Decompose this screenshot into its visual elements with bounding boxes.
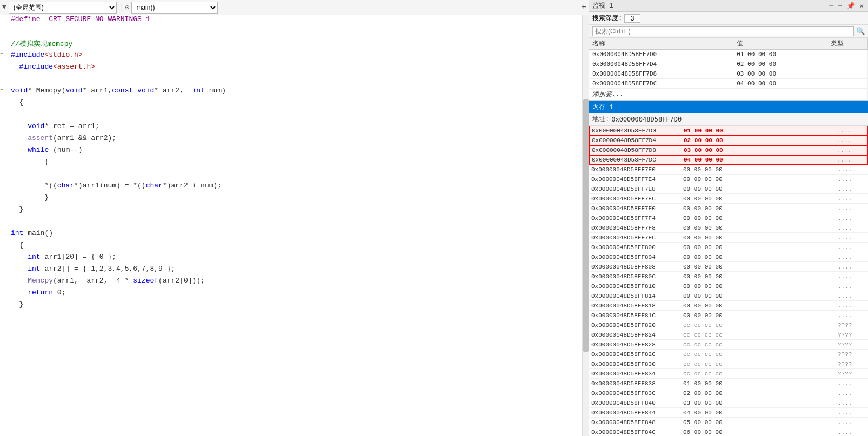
mem-ascii: ....: [836, 225, 868, 231]
mem-bytes: 00 00 00 00: [681, 205, 836, 212]
token-normal: {: [19, 241, 24, 249]
mem-byte: 00: [694, 215, 701, 222]
mem-bytes: 02 00 00 00: [681, 390, 836, 397]
code-content[interactable]: #define _CRT_SECURE_NO_WARNINGS 1//模拟实现m…: [0, 15, 582, 436]
mem-bytes: cc cc cc cc: [681, 361, 836, 367]
memory-row: 0x00000048D58FF81800 00 00 00....: [589, 301, 868, 311]
mem-byte: 00: [716, 137, 723, 144]
memory-row: 0x00000048D58FF7E400 00 00 00....: [589, 175, 868, 184]
fold-button[interactable]: −: [0, 146, 9, 152]
watch-nav-forward[interactable]: →: [837, 2, 843, 10]
token-normal: (arr2[0]));: [158, 277, 205, 285]
mem-byte: 00: [694, 264, 701, 270]
mem-byte: 00: [694, 293, 701, 299]
mem-byte: 00: [683, 264, 690, 270]
memory-row: 0x00000048D58FF80400 00 00 00....: [589, 252, 868, 262]
mem-byte: 00: [705, 244, 712, 251]
mem-byte: 00: [715, 186, 722, 192]
watch-cell-type: [827, 50, 868, 59]
mem-bytes: cc cc cc cc: [681, 341, 836, 348]
memory-row: 0x00000048D58FF828cc cc cc cc????: [589, 340, 868, 350]
mem-address: 0x00000048D58FF800: [589, 244, 681, 251]
mem-bytes: 00 00 00 00: [681, 234, 836, 241]
mem-byte: 00: [683, 215, 690, 222]
watch-table-header: 名称 值 类型: [589, 38, 868, 50]
mem-byte: 00: [715, 196, 722, 202]
mem-byte: 00: [715, 254, 722, 260]
watch-nav-back[interactable]: ←: [829, 2, 835, 10]
mem-byte: 04: [683, 410, 690, 416]
search-icon[interactable]: 🔍: [856, 27, 865, 36]
mem-byte: 00: [694, 186, 701, 192]
mem-byte: cc: [715, 322, 722, 328]
code-text: }: [9, 300, 582, 308]
mem-bytes: 01 00 00 00: [681, 380, 836, 387]
mem-byte: 00: [694, 283, 701, 290]
depth-input[interactable]: [624, 14, 640, 23]
memory-row: 0x00000048D58FF81C00 00 00 00....: [589, 311, 868, 320]
watch-cell-type: [827, 79, 868, 89]
memory-row: 0x00000048D58FF84C06 00 00 00....: [589, 427, 868, 436]
mem-byte: cc: [694, 322, 701, 328]
token-include-path: <assert.h>: [53, 63, 95, 71]
func-select[interactable]: main(): [131, 2, 218, 14]
mem-bytes: 05 00 00 00: [681, 419, 836, 426]
watch-row[interactable]: 0x00000048D58FF7DC04 00 00 00: [589, 79, 868, 89]
mem-byte: 00: [705, 293, 712, 299]
add-watch-label[interactable]: 添加要...: [589, 89, 868, 100]
token-normal: * Memcpy(: [28, 86, 65, 95]
fold-button[interactable]: −: [0, 229, 9, 236]
token-kw: int: [192, 86, 205, 95]
mem-byte: 00: [715, 244, 722, 251]
code-text: #include<stdio.h>: [9, 51, 582, 59]
mem-byte: 00: [715, 215, 722, 222]
code-text: #include<assert.h>: [9, 63, 582, 71]
mem-byte: 00: [683, 312, 690, 319]
code-text: int main(): [9, 229, 582, 237]
watch-panel-close[interactable]: ✕: [858, 2, 865, 10]
mem-address: 0x00000048D58FF7D4: [590, 137, 682, 144]
mem-byte: cc: [694, 341, 701, 348]
memory-row: 0x00000048D58FF84805 00 00 00....: [589, 418, 868, 427]
add-watch-row[interactable]: 添加要...: [589, 89, 868, 100]
fold-button[interactable]: −: [0, 86, 9, 93]
watch-row[interactable]: 0x00000048D58FF7D001 00 00 00: [589, 50, 868, 59]
code-line: {: [0, 158, 582, 170]
memory-content[interactable]: 0x00000048D58FF7D001 00 00 00....0x00000…: [589, 126, 868, 436]
scope-select[interactable]: (全局范围): [9, 2, 117, 14]
toolbar-dropdown-icon[interactable]: ▼: [2, 3, 6, 11]
token-normal: }: [19, 300, 24, 308]
watch-row[interactable]: 0x00000048D58FF7D803 00 00 00: [589, 69, 868, 79]
mem-ascii: ....: [836, 215, 868, 222]
memory-panel-title: 内存 1: [592, 103, 613, 112]
mem-byte: 00: [715, 303, 722, 309]
code-line: [0, 217, 582, 229]
mem-bytes: 00 00 00 00: [681, 166, 836, 173]
code-line: }: [0, 205, 582, 217]
watch-cell-value: 03 00 00 00: [733, 69, 827, 79]
mem-ascii: ....: [836, 196, 868, 202]
code-line: [0, 110, 582, 122]
token-kw: char: [146, 182, 163, 190]
token-kw: void: [137, 86, 154, 95]
mem-byte: 00: [683, 283, 690, 290]
mem-ascii: ....: [835, 137, 867, 144]
mem-byte: 00: [694, 176, 701, 183]
col-value: 值: [733, 38, 827, 50]
fold-button[interactable]: −: [0, 51, 9, 57]
mem-bytes: 03 00 00 00: [682, 147, 835, 153]
vertical-scrollbar[interactable]: [582, 15, 589, 436]
watch-row[interactable]: 0x00000048D58FF7D402 00 00 00: [589, 59, 868, 69]
mem-byte: 00: [683, 303, 690, 309]
mem-address: 0x00000048D58FF838: [589, 380, 681, 387]
mem-byte: 00: [715, 264, 722, 270]
mem-byte: 00: [694, 205, 701, 212]
token-normal: }: [28, 193, 49, 202]
search-input[interactable]: [592, 26, 854, 36]
mem-byte: 00: [716, 147, 723, 153]
token-include: #include: [11, 51, 44, 59]
token-kw: sizeof: [133, 277, 158, 285]
code-line: }: [0, 300, 582, 312]
plus-icon[interactable]: +: [581, 3, 586, 12]
watch-panel-pin[interactable]: 📌: [845, 2, 856, 10]
